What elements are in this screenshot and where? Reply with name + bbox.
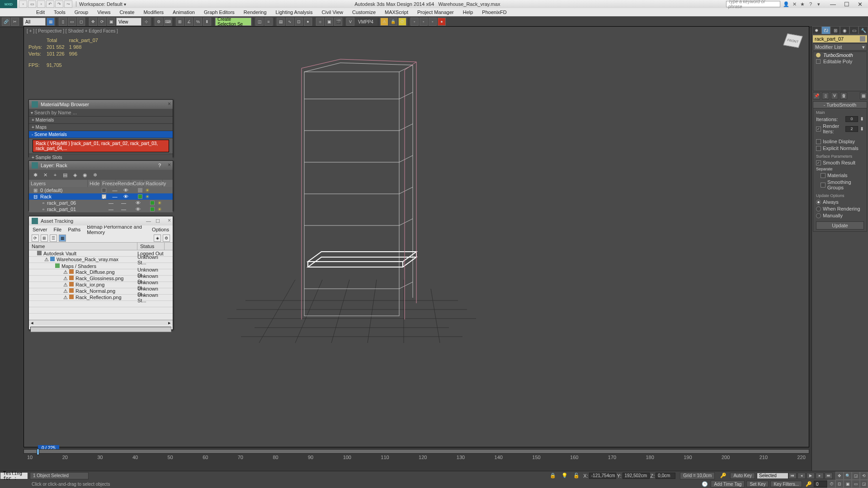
plugin3-icon[interactable]: ▫	[429, 18, 437, 26]
coord-z-field[interactable]: 0,0cm	[656, 473, 675, 479]
asset-row[interactable]: ⚠ Warehouse_Rack_vray.maxUnknown St...	[29, 257, 173, 263]
key-mode-icon[interactable]: 🔑	[717, 473, 730, 479]
selection-filter[interactable]: All	[23, 18, 46, 26]
rotate-icon[interactable]: ⟳	[98, 18, 106, 26]
menu-help[interactable]: Help	[458, 9, 478, 15]
material-browser-panel[interactable]: Material/Map Browser × ▾ Search by Name …	[28, 99, 173, 157]
curve-editor-icon[interactable]: ∿	[286, 18, 294, 26]
mat-section-scene[interactable]: - Scene Materials	[29, 131, 173, 138]
tab-create-icon[interactable]: ✹	[812, 26, 821, 34]
menu-group[interactable]: Group	[70, 9, 93, 15]
delete-layer-icon[interactable]: ✕	[42, 171, 49, 178]
time-slider-thumb[interactable]	[37, 449, 39, 455]
nav-zoom-all-icon[interactable]: ⊡	[835, 480, 844, 488]
lock-icon[interactable]: 🔒	[389, 18, 397, 26]
coord-x-field[interactable]: -121,754cm	[589, 473, 616, 479]
modifier-item[interactable]: TurboSmooth	[813, 52, 867, 58]
material-editor-icon[interactable]: ●	[304, 18, 312, 26]
exchange-icon[interactable]: ✕	[791, 1, 797, 7]
autokey-button[interactable]: Auto Key	[730, 473, 755, 479]
menu-customize[interactable]: Customize	[348, 9, 380, 15]
modifier-stack[interactable]: TurboSmooth Editable Poly	[813, 52, 867, 91]
expand-icon[interactable]	[816, 59, 821, 64]
plugin-stop-icon[interactable]: ●	[438, 18, 446, 26]
minimize-button[interactable]: —	[830, 1, 836, 8]
manipulate-icon[interactable]: ⚙	[155, 18, 163, 26]
color-swatch[interactable]	[150, 201, 155, 205]
key-icon[interactable]: 🔑	[804, 481, 814, 487]
current-frame-field[interactable]: 0	[814, 481, 827, 487]
plugin1-icon[interactable]: ▫	[410, 18, 419, 26]
add-time-tag[interactable]: Add Time Tag	[711, 480, 745, 488]
col-hide[interactable]: Hide	[88, 180, 100, 187]
highlight-layer-icon[interactable]: ◈	[71, 171, 79, 178]
render-icon[interactable]: 🎬	[334, 18, 342, 26]
link-icon[interactable]: ⤳	[64, 0, 72, 8]
close-icon[interactable]: ×	[168, 217, 171, 224]
angle-snap-icon[interactable]: ∠	[185, 18, 193, 26]
asset-row[interactable]: ⚠ Rack_Reflection.pngUnknown St...	[29, 295, 173, 301]
asset-menu-options[interactable]: Options	[152, 227, 169, 232]
grid-icon[interactable]: ▦	[59, 235, 66, 242]
play-icon[interactable]: ▶	[807, 473, 815, 479]
iterations-spinner[interactable]: 0	[845, 116, 858, 122]
sep-sg-check[interactable]	[821, 183, 826, 188]
color-swatch[interactable]	[138, 194, 142, 199]
layer-row[interactable]: ⊟Rack ✓ —👁 ☀	[29, 193, 173, 200]
menu-lighting[interactable]: Lighting Analysis	[271, 9, 317, 15]
undo-icon[interactable]: ↶	[46, 0, 54, 8]
time-config-icon[interactable]: ⏱	[827, 480, 835, 488]
menu-civilview[interactable]: Civil View	[317, 9, 348, 15]
plugin2-icon[interactable]: ▫	[420, 18, 428, 26]
asset-tracking-panel[interactable]: Asset Tracking — ☐ × Server File Paths B…	[28, 216, 173, 330]
time-tag-icon[interactable]: 🕒	[699, 481, 711, 487]
menu-modifiers[interactable]: Modifiers	[139, 9, 168, 15]
nav-zoom-icon[interactable]: 🔍	[844, 472, 852, 480]
color-swatch[interactable]	[138, 188, 142, 192]
asset-menu-paths[interactable]: Paths	[68, 227, 80, 232]
search-input[interactable]: Type a keyword or phrase	[726, 1, 780, 7]
keyboard-shortcut-icon[interactable]: ⌨	[164, 18, 172, 26]
spinner-snap-icon[interactable]: ⬍	[203, 18, 211, 26]
menu-animation[interactable]: Animation	[168, 9, 199, 15]
rollout-header[interactable]: - TurboSmooth	[813, 102, 867, 108]
next-frame-icon[interactable]: ▸	[816, 473, 824, 479]
window-crossing-icon[interactable]: ▦	[47, 18, 55, 26]
menu-grapheditors[interactable]: Graph Editors	[199, 9, 239, 15]
nav-zoom-ext-icon[interactable]: ▣	[844, 480, 852, 488]
menu-edit[interactable]: Edit	[32, 9, 49, 15]
move-icon[interactable]: ✥	[89, 18, 97, 26]
close-button[interactable]: ✕	[858, 1, 863, 8]
help-icon[interactable]: ?	[158, 163, 161, 168]
link-tool-icon[interactable]: 🔗	[2, 18, 10, 26]
pin-stack-icon[interactable]: 📌	[813, 92, 820, 99]
nav-fov-icon[interactable]: ◲	[852, 472, 860, 480]
mirror-icon[interactable]: ◫	[255, 18, 264, 26]
nav-max-icon[interactable]: ◲	[860, 480, 868, 488]
menu-create[interactable]: Create	[115, 9, 139, 15]
help-icon[interactable]: ?	[807, 1, 814, 7]
vray-icon[interactable]: V	[346, 18, 354, 26]
select-name-icon[interactable]: ▭	[68, 18, 76, 26]
tab-display-icon[interactable]: ▭	[849, 26, 859, 34]
nav-region-icon[interactable]: ▭	[852, 480, 860, 488]
scale-icon[interactable]: ▣	[107, 18, 115, 26]
minimize-icon[interactable]: —	[146, 218, 151, 224]
render-iters-spinner[interactable]: 2	[845, 126, 858, 132]
tab-motion-icon[interactable]: ◉	[840, 26, 849, 34]
time-slider-track[interactable]	[24, 449, 809, 454]
nav-orbit-icon[interactable]: ⟲	[860, 472, 868, 480]
align-icon[interactable]: ≡	[264, 18, 273, 26]
coord-y-field[interactable]: 192,502cm	[623, 473, 650, 479]
asset-menu-bitmap[interactable]: Bitmap Performance and Memory	[87, 224, 146, 235]
col-name[interactable]: Name	[29, 243, 137, 250]
explicit-check[interactable]	[816, 146, 821, 151]
selection-lock-icon[interactable]: 🔓	[571, 473, 582, 479]
close-icon[interactable]: ×	[168, 162, 171, 168]
asset-panel-title[interactable]: Asset Tracking — ☐ ×	[29, 216, 173, 225]
key-target-combo[interactable]: Selected	[757, 473, 788, 479]
layers-icon[interactable]: ▤	[277, 18, 285, 26]
col-freeze[interactable]: Freeze	[100, 180, 116, 187]
update-button[interactable]: Update	[816, 221, 864, 230]
save-icon[interactable]: ▫	[37, 0, 45, 8]
